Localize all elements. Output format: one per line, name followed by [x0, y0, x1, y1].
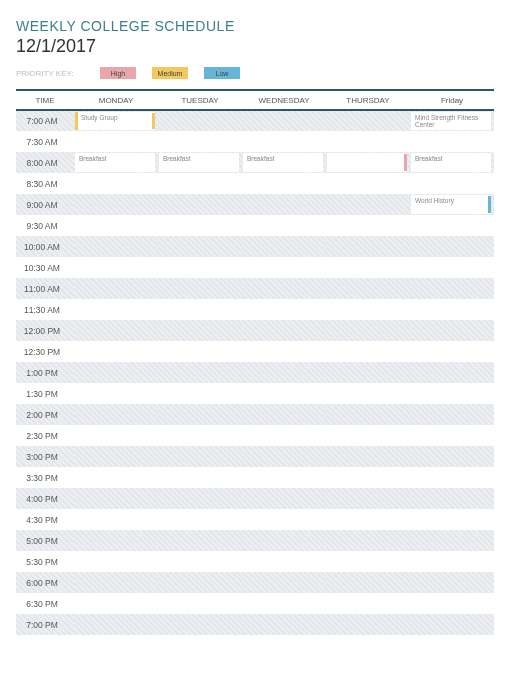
- schedule-cell[interactable]: [242, 131, 326, 152]
- schedule-cell[interactable]: [242, 425, 326, 446]
- schedule-cell[interactable]: World History: [410, 194, 494, 215]
- schedule-cell[interactable]: [326, 467, 410, 488]
- schedule-cell[interactable]: [326, 530, 410, 551]
- schedule-cell[interactable]: [326, 152, 410, 173]
- schedule-cell[interactable]: [410, 572, 494, 593]
- schedule-cell[interactable]: [242, 446, 326, 467]
- schedule-cell[interactable]: [74, 131, 158, 152]
- schedule-cell[interactable]: [242, 551, 326, 572]
- schedule-cell[interactable]: Study Group: [74, 110, 158, 131]
- schedule-cell[interactable]: [410, 215, 494, 236]
- schedule-cell[interactable]: Breakfast: [242, 152, 326, 173]
- schedule-cell[interactable]: [242, 110, 326, 131]
- schedule-cell[interactable]: [158, 110, 242, 131]
- schedule-cell[interactable]: [74, 173, 158, 194]
- schedule-cell[interactable]: [74, 362, 158, 383]
- schedule-cell[interactable]: [410, 299, 494, 320]
- schedule-cell[interactable]: [326, 404, 410, 425]
- schedule-cell[interactable]: [410, 257, 494, 278]
- schedule-cell[interactable]: [158, 194, 242, 215]
- schedule-cell[interactable]: [158, 320, 242, 341]
- schedule-cell[interactable]: [326, 362, 410, 383]
- schedule-cell[interactable]: [242, 509, 326, 530]
- schedule-cell[interactable]: [326, 173, 410, 194]
- event-cell[interactable]: [327, 153, 407, 172]
- schedule-cell[interactable]: [242, 173, 326, 194]
- schedule-cell[interactable]: [242, 215, 326, 236]
- schedule-cell[interactable]: [326, 509, 410, 530]
- schedule-cell[interactable]: [242, 299, 326, 320]
- schedule-cell[interactable]: [74, 551, 158, 572]
- event-cell[interactable]: Breakfast: [159, 153, 239, 172]
- schedule-cell[interactable]: [158, 236, 242, 257]
- event-cell[interactable]: World History: [411, 195, 491, 214]
- schedule-cell[interactable]: [158, 278, 242, 299]
- event-cell[interactable]: Breakfast: [411, 153, 491, 172]
- schedule-cell[interactable]: [326, 236, 410, 257]
- schedule-cell[interactable]: [74, 446, 158, 467]
- schedule-cell[interactable]: [158, 572, 242, 593]
- event-cell[interactable]: Mind Strength Fitness Center: [411, 112, 491, 130]
- schedule-cell[interactable]: [242, 362, 326, 383]
- schedule-cell[interactable]: [158, 467, 242, 488]
- event-cell[interactable]: Breakfast: [75, 153, 155, 172]
- schedule-cell[interactable]: Breakfast: [410, 152, 494, 173]
- schedule-cell[interactable]: [74, 467, 158, 488]
- schedule-cell[interactable]: [326, 278, 410, 299]
- schedule-cell[interactable]: [158, 488, 242, 509]
- schedule-cell[interactable]: [158, 362, 242, 383]
- schedule-cell[interactable]: [242, 467, 326, 488]
- schedule-cell[interactable]: [242, 257, 326, 278]
- schedule-cell[interactable]: [326, 593, 410, 614]
- schedule-cell[interactable]: [410, 551, 494, 572]
- schedule-cell[interactable]: [158, 509, 242, 530]
- schedule-cell[interactable]: [158, 551, 242, 572]
- schedule-cell[interactable]: [158, 614, 242, 635]
- schedule-cell[interactable]: [410, 593, 494, 614]
- schedule-cell[interactable]: Breakfast: [158, 152, 242, 173]
- schedule-cell[interactable]: [158, 257, 242, 278]
- schedule-cell[interactable]: [410, 488, 494, 509]
- schedule-cell[interactable]: [326, 194, 410, 215]
- schedule-cell[interactable]: [326, 383, 410, 404]
- schedule-cell[interactable]: [326, 320, 410, 341]
- event-cell[interactable]: Study Group: [75, 112, 155, 130]
- schedule-cell[interactable]: [74, 530, 158, 551]
- schedule-cell[interactable]: [410, 509, 494, 530]
- schedule-cell[interactable]: [74, 425, 158, 446]
- schedule-cell[interactable]: [326, 614, 410, 635]
- schedule-cell[interactable]: [158, 215, 242, 236]
- schedule-cell[interactable]: [74, 404, 158, 425]
- schedule-cell[interactable]: [74, 257, 158, 278]
- schedule-cell[interactable]: [242, 194, 326, 215]
- schedule-cell[interactable]: [326, 425, 410, 446]
- schedule-cell[interactable]: [326, 572, 410, 593]
- schedule-cell[interactable]: [242, 488, 326, 509]
- schedule-cell[interactable]: [158, 383, 242, 404]
- schedule-cell[interactable]: [326, 488, 410, 509]
- schedule-cell[interactable]: [410, 530, 494, 551]
- schedule-cell[interactable]: [74, 278, 158, 299]
- schedule-cell[interactable]: [410, 236, 494, 257]
- schedule-cell[interactable]: [326, 257, 410, 278]
- schedule-cell[interactable]: [242, 278, 326, 299]
- schedule-cell[interactable]: [242, 614, 326, 635]
- schedule-cell[interactable]: [410, 383, 494, 404]
- schedule-cell[interactable]: [410, 173, 494, 194]
- schedule-cell[interactable]: [74, 509, 158, 530]
- schedule-cell[interactable]: Breakfast: [74, 152, 158, 173]
- schedule-cell[interactable]: [242, 530, 326, 551]
- schedule-cell[interactable]: [410, 446, 494, 467]
- schedule-cell[interactable]: [242, 404, 326, 425]
- schedule-cell[interactable]: [326, 446, 410, 467]
- schedule-cell[interactable]: [74, 215, 158, 236]
- schedule-cell[interactable]: [326, 131, 410, 152]
- schedule-cell[interactable]: [74, 194, 158, 215]
- schedule-cell[interactable]: [74, 572, 158, 593]
- schedule-cell[interactable]: [158, 446, 242, 467]
- schedule-cell[interactable]: [410, 320, 494, 341]
- schedule-cell[interactable]: [410, 614, 494, 635]
- schedule-cell[interactable]: [74, 341, 158, 362]
- schedule-cell[interactable]: [74, 488, 158, 509]
- schedule-cell[interactable]: [410, 278, 494, 299]
